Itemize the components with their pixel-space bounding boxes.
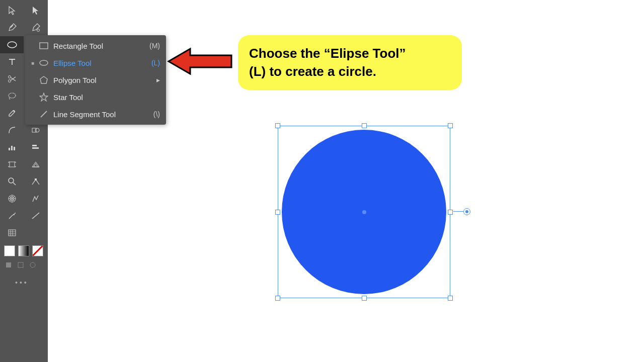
annotation-arrow (166, 46, 234, 78)
flyout-label: Line Segment Tool (50, 110, 153, 119)
flyout-rectangle[interactable]: Rectangle Tool (M) (25, 37, 166, 54)
svg-point-18 (14, 214, 15, 215)
toolbar-more[interactable]: ••• (0, 272, 48, 287)
canvas-selection[interactable] (278, 126, 450, 298)
anchor-point-tool[interactable] (24, 173, 47, 190)
flyout-shortcut: (\) (153, 110, 160, 118)
selection-handle-mr[interactable] (448, 210, 453, 215)
selection-handle-tl[interactable] (275, 123, 280, 128)
svg-rect-11 (32, 147, 39, 149)
flyout-shortcut: (M) (149, 42, 160, 50)
flyout-line[interactable]: Line Segment Tool (\) (25, 106, 166, 123)
svg-point-6 (35, 128, 39, 132)
svg-line-27 (41, 111, 47, 117)
svg-point-17 (15, 213, 16, 214)
flyout-ellipse[interactable]: ■ Ellipse Tool (L) (25, 54, 166, 71)
polygon-icon (37, 76, 50, 84)
eyedropper-tool[interactable] (0, 105, 24, 122)
star-icon (37, 93, 50, 102)
draw-mode-row (0, 258, 48, 272)
selection-handle-br[interactable] (448, 296, 453, 301)
live-transform-handle[interactable] (453, 208, 470, 215)
svg-rect-9 (14, 147, 15, 150)
symbol-sprayer-tool[interactable] (0, 207, 24, 224)
flyout-polygon[interactable]: Polygon Tool ▸ (25, 71, 166, 88)
svg-rect-20 (6, 262, 11, 267)
shape-tool[interactable] (0, 36, 24, 53)
svg-marker-25 (40, 76, 47, 83)
selection-handle-ml[interactable] (275, 210, 280, 215)
svg-marker-26 (40, 93, 48, 101)
svg-point-24 (40, 60, 48, 65)
scissors-tool[interactable] (0, 70, 24, 87)
flyout-shortcut: (L) (151, 59, 160, 67)
lasso-tool[interactable] (0, 87, 24, 105)
shape-tool-flyout: Rectangle Tool (M) ■ Ellipse Tool (L) Po… (25, 35, 166, 125)
svg-rect-21 (18, 262, 23, 267)
blend-tool[interactable] (24, 190, 47, 207)
perspective-grid-tool[interactable] (24, 156, 47, 173)
selection-center-point[interactable] (362, 210, 366, 214)
ellipse-icon (37, 59, 50, 66)
svg-rect-14 (35, 178, 37, 180)
flyout-label: Rectangle Tool (50, 42, 149, 50)
fill-swatch[interactable] (4, 245, 15, 256)
flyout-star[interactable]: Star Tool (25, 88, 166, 106)
svg-point-1 (8, 42, 17, 48)
svg-point-0 (37, 29, 39, 32)
selection-tool[interactable] (0, 2, 24, 19)
curvature-tool[interactable] (24, 19, 47, 36)
grid-tool-alt[interactable] (24, 224, 47, 241)
svg-point-3 (8, 80, 11, 82)
fill-stroke-swatches (0, 241, 48, 258)
artboard-tool[interactable] (0, 156, 24, 173)
svg-point-13 (9, 178, 14, 183)
svg-rect-12 (10, 162, 15, 167)
selection-handle-tm[interactable] (362, 123, 367, 128)
zoom-tool[interactable] (0, 173, 24, 190)
bar-graph-tool[interactable] (24, 139, 47, 156)
direct-selection-tool[interactable] (24, 2, 47, 19)
draw-inside[interactable] (28, 260, 37, 269)
line-icon (37, 110, 50, 119)
draw-behind[interactable] (16, 260, 25, 269)
width-tool[interactable] (24, 207, 47, 224)
svg-rect-8 (11, 146, 13, 150)
flyout-selected-marker: ■ (31, 60, 37, 66)
column-graph-tool[interactable] (0, 139, 24, 156)
flyout-label: Polygon Tool (50, 76, 156, 84)
svg-rect-10 (32, 145, 37, 146)
callout-line2: (L) to create a circle. (249, 64, 376, 79)
rectangle-icon (37, 42, 50, 49)
instruction-callout: Choose the “Elipse Tool” (L) to create a… (238, 35, 462, 90)
svg-rect-19 (9, 230, 16, 236)
arc-tool[interactable] (0, 122, 24, 139)
polar-grid-tool[interactable] (0, 190, 24, 207)
selection-handle-bl[interactable] (275, 296, 280, 301)
svg-point-2 (8, 76, 11, 78)
type-tool[interactable] (0, 53, 24, 70)
svg-rect-7 (9, 148, 10, 150)
submenu-arrow-icon: ▸ (156, 76, 160, 84)
selection-handle-bm[interactable] (362, 296, 367, 301)
gradient-swatch[interactable] (18, 245, 29, 256)
flyout-label: Ellipse Tool (50, 59, 151, 67)
draw-normal[interactable] (4, 260, 13, 269)
svg-point-4 (9, 93, 16, 98)
flyout-label: Star Tool (50, 93, 160, 102)
selection-handle-tr[interactable] (448, 123, 453, 128)
callout-line1: Choose the “Elipse Tool” (249, 46, 406, 61)
none-swatch[interactable] (32, 245, 43, 256)
pen-tool[interactable] (0, 19, 24, 36)
svg-point-22 (30, 262, 35, 267)
svg-rect-23 (40, 43, 48, 49)
rectangular-grid-tool[interactable] (0, 224, 24, 241)
